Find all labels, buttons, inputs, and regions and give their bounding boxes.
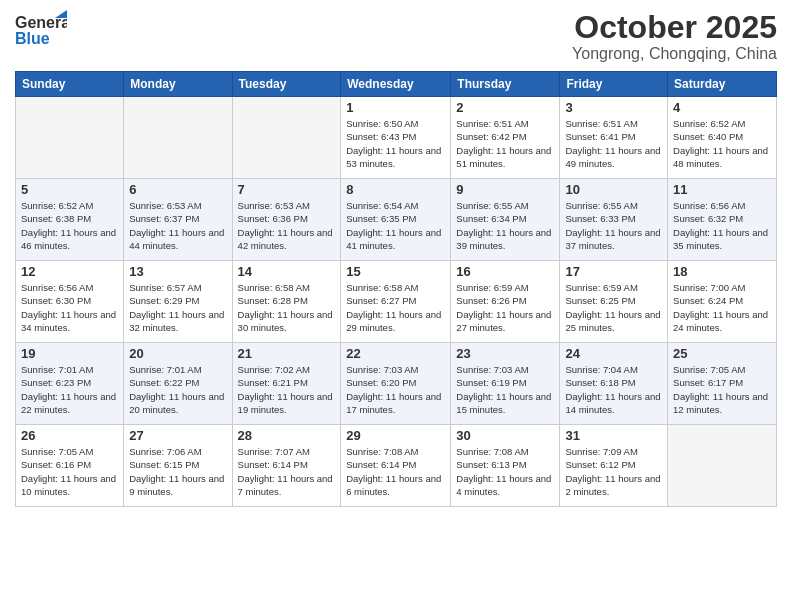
day-number: 11 — [673, 182, 771, 197]
table-row: 4Sunrise: 6:52 AMSunset: 6:40 PMDaylight… — [668, 97, 777, 179]
day-number: 23 — [456, 346, 554, 361]
day-info: Sunrise: 7:00 AMSunset: 6:24 PMDaylight:… — [673, 281, 771, 334]
table-row: 20Sunrise: 7:01 AMSunset: 6:22 PMDayligh… — [124, 343, 232, 425]
day-number: 20 — [129, 346, 226, 361]
sunrise-text: Sunrise: 6:50 AM — [346, 117, 445, 130]
day-number: 6 — [129, 182, 226, 197]
sunset-text: Sunset: 6:14 PM — [346, 458, 445, 471]
daylight-text: Daylight: 11 hours and 49 minutes. — [565, 144, 662, 171]
table-row: 29Sunrise: 7:08 AMSunset: 6:14 PMDayligh… — [341, 425, 451, 507]
day-info: Sunrise: 6:55 AMSunset: 6:33 PMDaylight:… — [565, 199, 662, 252]
header-friday: Friday — [560, 72, 668, 97]
day-info: Sunrise: 7:09 AMSunset: 6:12 PMDaylight:… — [565, 445, 662, 498]
day-number: 17 — [565, 264, 662, 279]
table-row: 2Sunrise: 6:51 AMSunset: 6:42 PMDaylight… — [451, 97, 560, 179]
daylight-text: Daylight: 11 hours and 12 minutes. — [673, 390, 771, 417]
sunrise-text: Sunrise: 6:55 AM — [456, 199, 554, 212]
logo: General Blue — [15, 10, 67, 48]
daylight-text: Daylight: 11 hours and 7 minutes. — [238, 472, 336, 499]
day-info: Sunrise: 6:52 AMSunset: 6:40 PMDaylight:… — [673, 117, 771, 170]
day-number: 22 — [346, 346, 445, 361]
table-row: 26Sunrise: 7:05 AMSunset: 6:16 PMDayligh… — [16, 425, 124, 507]
daylight-text: Daylight: 11 hours and 4 minutes. — [456, 472, 554, 499]
daylight-text: Daylight: 11 hours and 35 minutes. — [673, 226, 771, 253]
sunset-text: Sunset: 6:28 PM — [238, 294, 336, 307]
daylight-text: Daylight: 11 hours and 51 minutes. — [456, 144, 554, 171]
sunset-text: Sunset: 6:34 PM — [456, 212, 554, 225]
sunrise-text: Sunrise: 7:09 AM — [565, 445, 662, 458]
day-info: Sunrise: 6:58 AMSunset: 6:28 PMDaylight:… — [238, 281, 336, 334]
day-number: 19 — [21, 346, 118, 361]
sunset-text: Sunset: 6:16 PM — [21, 458, 118, 471]
daylight-text: Daylight: 11 hours and 34 minutes. — [21, 308, 118, 335]
table-row: 17Sunrise: 6:59 AMSunset: 6:25 PMDayligh… — [560, 261, 668, 343]
weekday-header-row: Sunday Monday Tuesday Wednesday Thursday… — [16, 72, 777, 97]
month-title: October 2025 — [572, 10, 777, 45]
day-info: Sunrise: 7:05 AMSunset: 6:17 PMDaylight:… — [673, 363, 771, 416]
sunset-text: Sunset: 6:12 PM — [565, 458, 662, 471]
daylight-text: Daylight: 11 hours and 46 minutes. — [21, 226, 118, 253]
table-row: 6Sunrise: 6:53 AMSunset: 6:37 PMDaylight… — [124, 179, 232, 261]
sunset-text: Sunset: 6:29 PM — [129, 294, 226, 307]
calendar-week-row: 5Sunrise: 6:52 AMSunset: 6:38 PMDaylight… — [16, 179, 777, 261]
day-info: Sunrise: 6:54 AMSunset: 6:35 PMDaylight:… — [346, 199, 445, 252]
table-row: 21Sunrise: 7:02 AMSunset: 6:21 PMDayligh… — [232, 343, 341, 425]
table-row: 3Sunrise: 6:51 AMSunset: 6:41 PMDaylight… — [560, 97, 668, 179]
table-row: 12Sunrise: 6:56 AMSunset: 6:30 PMDayligh… — [16, 261, 124, 343]
daylight-text: Daylight: 11 hours and 48 minutes. — [673, 144, 771, 171]
daylight-text: Daylight: 11 hours and 9 minutes. — [129, 472, 226, 499]
day-number: 15 — [346, 264, 445, 279]
daylight-text: Daylight: 11 hours and 39 minutes. — [456, 226, 554, 253]
sunrise-text: Sunrise: 7:05 AM — [673, 363, 771, 376]
sunset-text: Sunset: 6:43 PM — [346, 130, 445, 143]
sunrise-text: Sunrise: 6:52 AM — [21, 199, 118, 212]
sunrise-text: Sunrise: 6:51 AM — [456, 117, 554, 130]
sunset-text: Sunset: 6:35 PM — [346, 212, 445, 225]
sunset-text: Sunset: 6:38 PM — [21, 212, 118, 225]
table-row: 23Sunrise: 7:03 AMSunset: 6:19 PMDayligh… — [451, 343, 560, 425]
sunrise-text: Sunrise: 7:08 AM — [346, 445, 445, 458]
day-number: 27 — [129, 428, 226, 443]
daylight-text: Daylight: 11 hours and 44 minutes. — [129, 226, 226, 253]
table-row: 7Sunrise: 6:53 AMSunset: 6:36 PMDaylight… — [232, 179, 341, 261]
sunset-text: Sunset: 6:23 PM — [21, 376, 118, 389]
table-row: 25Sunrise: 7:05 AMSunset: 6:17 PMDayligh… — [668, 343, 777, 425]
table-row: 27Sunrise: 7:06 AMSunset: 6:15 PMDayligh… — [124, 425, 232, 507]
day-info: Sunrise: 7:04 AMSunset: 6:18 PMDaylight:… — [565, 363, 662, 416]
sunrise-text: Sunrise: 6:59 AM — [456, 281, 554, 294]
sunrise-text: Sunrise: 7:01 AM — [21, 363, 118, 376]
daylight-text: Daylight: 11 hours and 14 minutes. — [565, 390, 662, 417]
table-row: 16Sunrise: 6:59 AMSunset: 6:26 PMDayligh… — [451, 261, 560, 343]
day-number: 25 — [673, 346, 771, 361]
sunset-text: Sunset: 6:36 PM — [238, 212, 336, 225]
table-row: 18Sunrise: 7:00 AMSunset: 6:24 PMDayligh… — [668, 261, 777, 343]
table-row: 28Sunrise: 7:07 AMSunset: 6:14 PMDayligh… — [232, 425, 341, 507]
sunrise-text: Sunrise: 6:53 AM — [238, 199, 336, 212]
location-title: Yongrong, Chongqing, China — [572, 45, 777, 63]
sunset-text: Sunset: 6:14 PM — [238, 458, 336, 471]
table-row: 24Sunrise: 7:04 AMSunset: 6:18 PMDayligh… — [560, 343, 668, 425]
sunrise-text: Sunrise: 6:52 AM — [673, 117, 771, 130]
daylight-text: Daylight: 11 hours and 29 minutes. — [346, 308, 445, 335]
sunrise-text: Sunrise: 6:55 AM — [565, 199, 662, 212]
sunset-text: Sunset: 6:27 PM — [346, 294, 445, 307]
daylight-text: Daylight: 11 hours and 20 minutes. — [129, 390, 226, 417]
day-number: 31 — [565, 428, 662, 443]
day-info: Sunrise: 6:53 AMSunset: 6:37 PMDaylight:… — [129, 199, 226, 252]
day-info: Sunrise: 7:08 AMSunset: 6:13 PMDaylight:… — [456, 445, 554, 498]
sunrise-text: Sunrise: 7:08 AM — [456, 445, 554, 458]
sunset-text: Sunset: 6:41 PM — [565, 130, 662, 143]
daylight-text: Daylight: 11 hours and 19 minutes. — [238, 390, 336, 417]
day-number: 2 — [456, 100, 554, 115]
daylight-text: Daylight: 11 hours and 6 minutes. — [346, 472, 445, 499]
table-row — [232, 97, 341, 179]
header-thursday: Thursday — [451, 72, 560, 97]
day-info: Sunrise: 6:59 AMSunset: 6:25 PMDaylight:… — [565, 281, 662, 334]
sunset-text: Sunset: 6:30 PM — [21, 294, 118, 307]
daylight-text: Daylight: 11 hours and 24 minutes. — [673, 308, 771, 335]
sunrise-text: Sunrise: 6:51 AM — [565, 117, 662, 130]
day-number: 21 — [238, 346, 336, 361]
table-row: 15Sunrise: 6:58 AMSunset: 6:27 PMDayligh… — [341, 261, 451, 343]
logo-icon: General Blue — [15, 10, 67, 48]
daylight-text: Daylight: 11 hours and 32 minutes. — [129, 308, 226, 335]
